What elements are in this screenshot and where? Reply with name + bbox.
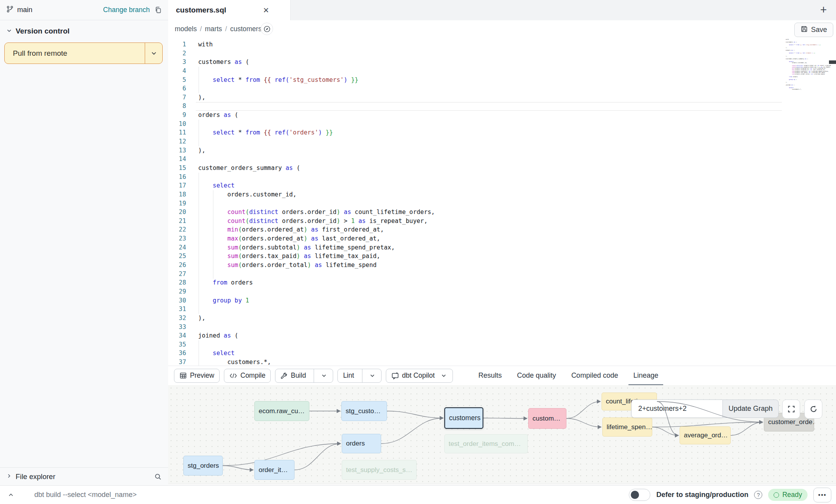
- chevron-down-icon[interactable]: [366, 373, 376, 378]
- code-line-25: 25 sum(orders.tax_paid) as lifetime_tax_…: [168, 252, 792, 261]
- line-number: 6: [168, 84, 186, 93]
- code-line-27: 27: [168, 270, 792, 279]
- wrench-icon: [280, 372, 288, 379]
- lineage-node-test_supply[interactable]: test_supply_costs_s…: [342, 460, 417, 480]
- command-input[interactable]: dbt build --select <model_name>: [34, 491, 137, 499]
- line-number: 7: [168, 93, 186, 102]
- lineage-node-lifetime_spen[interactable]: lifetime_spen…: [602, 417, 652, 437]
- line-number: 19: [168, 199, 186, 208]
- button-divider: [362, 369, 362, 382]
- refresh-icon[interactable]: [804, 400, 822, 419]
- code-line-5: 5 select * from {{ ref('stg_customers') …: [168, 76, 792, 85]
- chevron-down-icon[interactable]: [317, 373, 328, 378]
- minimap[interactable]: withcustomers as ( select * from {{ ref(…: [786, 39, 831, 90]
- lineage-node-average_ord[interactable]: average_ord…: [680, 426, 731, 444]
- build-button[interactable]: Build: [275, 369, 333, 383]
- dbt-copilot-button[interactable]: dbt Copilot: [386, 369, 453, 383]
- lineage-node-custom[interactable]: custom…: [528, 408, 566, 429]
- change-branch-link[interactable]: Change branch: [103, 6, 150, 14]
- minimap-line: sum(orders.order_total) as lifetime_spen…: [786, 74, 831, 75]
- file-explorer-label: File explorer: [16, 472, 55, 481]
- ready-dot-icon: [774, 492, 779, 498]
- chevron-down-icon[interactable]: [145, 50, 162, 57]
- line-number: 37: [168, 358, 186, 366]
- code-lines[interactable]: 1with23customers as (45 select * from {{…: [168, 40, 792, 366]
- pull-from-remote-button[interactable]: Pull from remote: [4, 42, 163, 64]
- code-line-30: 30 group by 1: [168, 296, 792, 305]
- breadcrumb-part[interactable]: models: [175, 25, 197, 33]
- edge-order_it-orders: [295, 444, 341, 470]
- code-line-22: 22 min(orders.ordered_at) as first_order…: [168, 225, 792, 234]
- tab-code-quality[interactable]: Code quality: [517, 366, 556, 386]
- tab-compiled-code[interactable]: Compiled code: [571, 366, 618, 386]
- code-line-29: 29: [168, 287, 792, 296]
- code-line-31: 31: [168, 305, 792, 314]
- code-line-35: 35: [168, 340, 792, 349]
- code-line-10: 10: [168, 120, 792, 129]
- line-number: 1: [168, 40, 186, 49]
- tab-lineage[interactable]: Lineage: [633, 366, 658, 386]
- breadcrumb-part[interactable]: marts: [205, 25, 222, 33]
- lineage-node-stg_custo[interactable]: stg_custo…: [341, 401, 387, 421]
- edge-average_ord-customer_orde: [731, 422, 763, 435]
- compile-button[interactable]: Compile: [224, 369, 271, 383]
- line-number: 15: [168, 164, 186, 173]
- tab-results[interactable]: Results: [478, 366, 502, 386]
- lineage-node-test_order_items[interactable]: test_order_items_com…: [444, 434, 528, 453]
- line-number: 31: [168, 305, 186, 314]
- defer-toggle[interactable]: [629, 489, 650, 501]
- lineage-node-order_it[interactable]: order_it…: [254, 460, 295, 480]
- lineage-canvas[interactable]: ecom.raw_cu…stg_custo…customerscustom…co…: [168, 385, 836, 484]
- editor-toolbar: PreviewCompileBuildLintdbt Copilot Resul…: [168, 366, 836, 385]
- line-number: 33: [168, 323, 186, 332]
- save-button[interactable]: Save: [794, 23, 833, 37]
- line-number: 17: [168, 181, 186, 190]
- lineage-node-ecom[interactable]: ecom.raw_cu…: [254, 401, 309, 421]
- lineage-node-stg_orders[interactable]: stg_orders: [183, 456, 223, 476]
- line-number: 26: [168, 261, 186, 270]
- editor-tab-bar: customers.sql ✕ +: [168, 0, 836, 21]
- line-number: 16: [168, 173, 186, 182]
- close-icon[interactable]: ✕: [263, 7, 269, 14]
- tab-customers-sql[interactable]: customers.sql ✕: [168, 0, 291, 20]
- pull-from-remote-label: Pull from remote: [5, 49, 145, 58]
- code-line-8: 8: [168, 102, 792, 111]
- search-icon[interactable]: [154, 473, 162, 481]
- file-explorer-row[interactable]: File explorer: [0, 467, 168, 485]
- code-editor[interactable]: 1with23customers as (45 select * from {{…: [168, 37, 836, 366]
- compass-icon[interactable]: [261, 23, 273, 35]
- line-number: 10: [168, 120, 186, 129]
- code-line-36: 36 select: [168, 349, 792, 358]
- button-label: Preview: [190, 371, 214, 380]
- copy-icon[interactable]: [154, 6, 162, 14]
- line-number: 18: [168, 190, 186, 199]
- lineage-node-orders[interactable]: orders: [342, 434, 381, 453]
- help-icon[interactable]: ?: [754, 491, 762, 499]
- line-number: 24: [168, 243, 186, 252]
- status-bar-right: Defer to staging/production ? Ready •••: [629, 488, 831, 502]
- code-line-18: 18 orders.customer_id,: [168, 190, 792, 199]
- vertical-scrollbar-thumb[interactable]: [829, 60, 836, 64]
- lineage-selector-group: Update Graph: [631, 400, 779, 418]
- lineage-selector-input[interactable]: [631, 400, 722, 418]
- code-line-12: 12: [168, 137, 792, 146]
- edge-stg_orders-order_it: [223, 466, 253, 470]
- code-line-26: 26 sum(orders.order_total) as lifetime_s…: [168, 261, 792, 270]
- code-line-15: 15customer_orders_summary as (: [168, 164, 792, 173]
- fullscreen-button[interactable]: [782, 400, 800, 419]
- preview-button[interactable]: Preview: [174, 369, 220, 383]
- tab-title: customers.sql: [176, 6, 226, 14]
- version-control-header[interactable]: Version control: [0, 24, 168, 38]
- more-options-button[interactable]: •••: [813, 488, 831, 502]
- ready-status-badge: Ready: [768, 489, 808, 501]
- chevron-up-icon[interactable]: [0, 492, 22, 498]
- new-tab-button[interactable]: +: [817, 4, 830, 16]
- lint-button[interactable]: Lint: [337, 369, 381, 383]
- code-line-13: 13),: [168, 146, 792, 155]
- lineage-node-customers[interactable]: customers: [444, 407, 483, 429]
- update-graph-button[interactable]: Update Graph: [722, 400, 779, 418]
- chevron-down-icon[interactable]: [438, 373, 447, 378]
- chevron-down-icon: [6, 27, 12, 35]
- line-number: 11: [168, 128, 186, 137]
- line-number: 8: [168, 102, 186, 111]
